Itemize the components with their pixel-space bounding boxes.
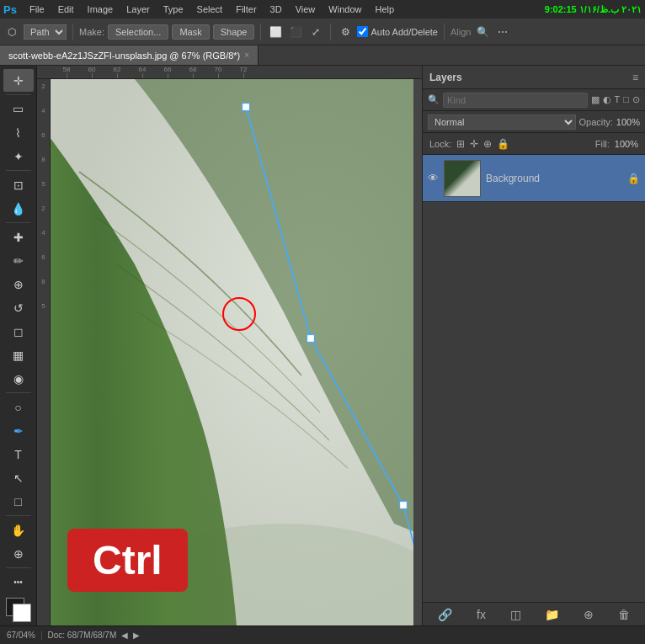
more-options-icon[interactable]: ⋯ — [494, 24, 511, 40]
tool-divider-4 — [6, 392, 31, 393]
layers-blend-bar: Normal Opacity: 100% — [423, 111, 645, 133]
layer-thumbnail-image — [445, 161, 480, 196]
layer-visibility-icon[interactable]: 👁 — [428, 172, 439, 184]
layers-title: Layers — [429, 72, 462, 83]
status-bar: 67/04% | Doc: 68/7M/68/7M ◀ ▶ — [0, 625, 645, 644]
lock-position-icon[interactable]: ✛ — [470, 138, 478, 150]
vertical-scrollbar[interactable] — [413, 79, 422, 625]
layer-filter-adjust-icon[interactable]: ◐ — [603, 94, 611, 105]
new-layer-button[interactable]: ⊕ — [584, 608, 594, 621]
menu-view[interactable]: View — [290, 3, 322, 16]
tab-bar: scott-webb-eA2z1JSzZFI-unsplash.jpg @ 67… — [0, 45, 645, 66]
ctrl-label: Ctrl — [67, 529, 188, 592]
menu-type[interactable]: Type — [157, 3, 189, 16]
menu-help[interactable]: Help — [369, 3, 400, 16]
tool-divider-6 — [6, 567, 31, 568]
lock-all-icon[interactable]: 🔒 — [497, 138, 509, 150]
path-type-select[interactable]: Path — [24, 24, 67, 40]
gradient-tool[interactable]: ▦ — [3, 343, 34, 366]
more-tools-button[interactable]: ••• — [3, 571, 34, 593]
color-boxes[interactable] — [6, 598, 31, 622]
layer-filter-pixel-icon[interactable]: ▩ — [591, 94, 600, 105]
layer-filter-shape-icon[interactable]: □ — [623, 94, 629, 105]
layer-item[interactable]: 👁 Background 🔒 — [423, 155, 645, 202]
pen-tool[interactable]: ✒ — [3, 419, 34, 442]
hand-tool[interactable]: ✋ — [3, 519, 34, 541]
next-nav-button[interactable]: ▶ — [133, 631, 140, 640]
move-tool[interactable]: ✛ — [3, 69, 34, 92]
active-tab[interactable]: scott-webb-eA2z1JSzZFI-unsplash.jpg @ 67… — [0, 45, 259, 65]
layers-search-icon: 🔍 — [428, 94, 440, 105]
layer-thumbnail — [444, 160, 481, 197]
delete-layer-button[interactable]: 🗑 — [618, 608, 630, 621]
opacity-label: Opacity: — [579, 117, 613, 127]
mask-button[interactable]: Mask — [172, 24, 209, 40]
new-group-button[interactable]: 📁 — [545, 608, 559, 621]
layer-name: Background — [486, 173, 622, 184]
magic-wand-tool[interactable]: ✦ — [3, 145, 34, 168]
auto-add-delete-checkbox[interactable]: Auto Add/Delete — [357, 26, 438, 37]
tab-close-button[interactable]: × — [244, 51, 249, 60]
menu-layer[interactable]: Layer — [120, 3, 156, 16]
layer-filter-type-icon[interactable]: T — [615, 94, 621, 105]
background-color[interactable] — [13, 604, 31, 622]
history-brush-tool[interactable]: ↺ — [3, 296, 34, 319]
ps-logo: Ps — [3, 3, 17, 16]
path-align-icon[interactable]: ⤢ — [307, 24, 324, 40]
make-selection-button[interactable]: Selection... — [108, 24, 168, 40]
layers-lock-bar: Lock: ⊞ ✛ ⊕ 🔒 Fill: 100% — [423, 133, 645, 155]
menu-window[interactable]: Window — [322, 3, 367, 16]
path-ops2-icon[interactable]: ⬛ — [287, 24, 304, 40]
search-tool-icon[interactable]: 🔍 — [474, 24, 491, 40]
dodge-tool[interactable]: ○ — [3, 396, 34, 418]
toolbar-divider-3 — [330, 24, 331, 40]
tool-divider-5 — [6, 515, 31, 516]
tool-divider-2 — [6, 170, 31, 171]
menu-edit[interactable]: Edit — [52, 3, 80, 16]
zoom-tool[interactable]: ⊕ — [3, 542, 34, 565]
menu-image[interactable]: Image — [82, 3, 120, 16]
layers-search-input[interactable] — [443, 93, 588, 108]
right-panel: Layers ≡ 🔍 ▩ ◐ T □ ⊙ Normal Opacity: 100… — [422, 66, 645, 625]
rectangle-select-tool[interactable]: ▭ — [3, 98, 34, 120]
blur-tool[interactable]: ◉ — [3, 367, 34, 390]
shape-button[interactable]: Shape — [213, 24, 255, 40]
layers-menu-icon[interactable]: ≡ — [632, 72, 638, 83]
lock-artboard-icon[interactable]: ⊕ — [483, 138, 492, 150]
make-label: Make: — [79, 27, 104, 37]
path-select-tool[interactable]: ↖ — [3, 466, 34, 489]
eyedropper-tool[interactable]: 💧 — [3, 197, 34, 220]
brush-tool[interactable]: ✏ — [3, 249, 34, 272]
layer-filter-smart-icon[interactable]: ⊙ — [632, 94, 640, 105]
path-ops-icon[interactable]: ⬜ — [267, 24, 284, 40]
clone-tool[interactable]: ⊕ — [3, 273, 34, 295]
type-tool[interactable]: T — [3, 443, 34, 466]
menu-filter[interactable]: Filter — [230, 3, 262, 16]
menu-file[interactable]: File — [24, 3, 51, 16]
doc-info: Doc: 68/7M/68/7M — [48, 631, 117, 640]
tab-filename: scott-webb-eA2z1JSzZFI-unsplash.jpg @ 67… — [8, 51, 240, 61]
prev-nav-button[interactable]: ◀ — [121, 631, 128, 640]
opacity-value: 100% — [616, 117, 640, 127]
shape-tool[interactable]: □ — [3, 490, 34, 513]
tool-panel: ✛ ▭ ⌇ ✦ ⊡ 💧 ✚ ✏ ⊕ ↺ ◻ ▦ ◉ ○ ✒ T ↖ □ ✋ ⊕ … — [0, 66, 37, 625]
add-mask-button[interactable]: ◫ — [510, 608, 521, 621]
lasso-tool[interactable]: ⌇ — [3, 121, 34, 144]
eraser-tool[interactable]: ◻ — [3, 320, 34, 343]
tool-divider-3 — [6, 222, 31, 223]
menu-time: 9:02:15 ١/١۶/٢٠٢١ ب.ظ — [545, 4, 642, 15]
layers-search-bar: 🔍 ▩ ◐ T □ ⊙ — [423, 89, 645, 111]
align-label: Align — [450, 27, 471, 37]
settings-icon[interactable]: ⚙ — [337, 24, 354, 40]
lock-checkerboard-icon[interactable]: ⊞ — [456, 138, 465, 150]
layers-panel-header: Layers ≡ — [423, 66, 645, 89]
fx-button[interactable]: fx — [477, 608, 486, 621]
menu-3d[interactable]: 3D — [264, 3, 288, 16]
link-layers-button[interactable]: 🔗 — [438, 608, 452, 621]
menu-select[interactable]: Select — [191, 3, 229, 16]
heal-tool[interactable]: ✚ — [3, 226, 34, 248]
blend-mode-select[interactable]: Normal — [428, 114, 576, 130]
canvas-area[interactable]: 58 60 62 64 66 68 70 72 2 4 6 8 5 2 4 6 … — [37, 66, 422, 625]
cursor-circle — [222, 297, 256, 331]
crop-tool[interactable]: ⊡ — [3, 173, 34, 196]
